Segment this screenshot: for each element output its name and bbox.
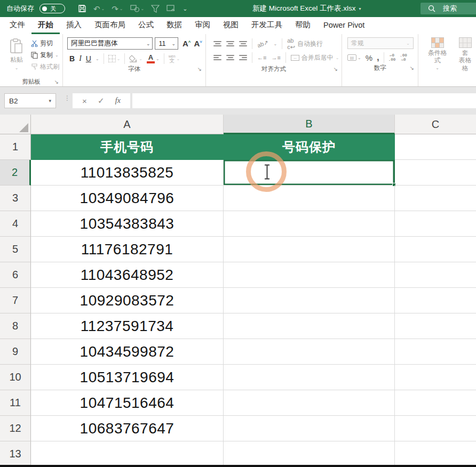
paste-button[interactable]: 粘贴 ⌄ bbox=[5, 36, 28, 77]
cell-c9[interactable] bbox=[395, 339, 476, 365]
tab-view[interactable]: 视图 bbox=[217, 17, 245, 34]
cell-c8[interactable] bbox=[395, 313, 476, 339]
cell-c10[interactable] bbox=[395, 365, 476, 390]
column-header-c[interactable]: C bbox=[395, 115, 476, 134]
tab-file[interactable]: 文件 bbox=[3, 17, 31, 34]
cell-b1-protect-header[interactable]: 号码保护 bbox=[224, 134, 395, 160]
document-title[interactable]: 新建 Microsoft Excel 工作表.xlsx ▾ bbox=[252, 0, 361, 17]
row-header-4[interactable]: 4 bbox=[0, 211, 31, 237]
align-left-button[interactable] bbox=[213, 55, 221, 60]
increase-indent-button[interactable]: →≡ bbox=[271, 54, 280, 61]
percent-style-button[interactable]: % bbox=[366, 53, 372, 62]
row-header-2[interactable]: 2 bbox=[0, 160, 31, 186]
tab-formulas[interactable]: 公式 bbox=[132, 17, 160, 34]
enter-button[interactable]: ✓ bbox=[98, 96, 105, 106]
row-header-1[interactable]: 1 bbox=[0, 134, 31, 160]
cell-c7[interactable] bbox=[395, 288, 476, 313]
cell-b7[interactable] bbox=[224, 288, 395, 313]
cell-a8[interactable]: 11237591734 bbox=[31, 313, 224, 339]
cell-a5[interactable]: 11176182791 bbox=[31, 237, 224, 262]
increase-decimal-button[interactable]: ←0.00 bbox=[388, 53, 396, 62]
cell-a6[interactable]: 11043648952 bbox=[31, 262, 224, 288]
cell-a2[interactable]: 11013835825 bbox=[31, 160, 224, 186]
cell-b6[interactable] bbox=[224, 262, 395, 288]
formula-input[interactable] bbox=[132, 93, 476, 108]
alignment-dialog-launcher[interactable]: ↘ bbox=[334, 67, 338, 72]
row-header-7[interactable]: 7 bbox=[0, 288, 31, 313]
format-painter-button[interactable]: 格式刷 bbox=[31, 62, 59, 71]
copy-button[interactable]: 复制 ⌄ bbox=[31, 51, 59, 60]
search-input[interactable]: 搜索 bbox=[421, 3, 476, 14]
cell-c6[interactable] bbox=[395, 262, 476, 288]
cell-b12[interactable] bbox=[224, 416, 395, 441]
cell-a7[interactable]: 10929083572 bbox=[31, 288, 224, 313]
cell-a11[interactable]: 10471516464 bbox=[31, 390, 224, 416]
row-header-6[interactable]: 6 bbox=[0, 262, 31, 288]
italic-button[interactable]: I bbox=[79, 54, 82, 63]
cut-button[interactable]: 剪切 bbox=[31, 39, 59, 48]
shapes-button[interactable]: ⌄ bbox=[130, 5, 145, 12]
decrease-decimal-button[interactable]: .00→0 bbox=[400, 53, 407, 62]
cell-a4[interactable]: 10354383843 bbox=[31, 211, 224, 237]
row-header-11[interactable]: 11 bbox=[0, 390, 31, 416]
insert-function-button[interactable]: fx bbox=[115, 96, 121, 105]
tab-help[interactable]: 帮助 bbox=[289, 17, 317, 34]
cell-a12[interactable]: 10683767647 bbox=[31, 416, 224, 441]
column-header-b[interactable]: B bbox=[224, 115, 395, 134]
cell-c13[interactable] bbox=[395, 441, 476, 467]
font-dialog-launcher[interactable]: ↘ bbox=[197, 67, 202, 72]
tab-home[interactable]: 开始 bbox=[31, 17, 60, 34]
format-as-table-button[interactable]: 套表格格 bbox=[456, 37, 474, 77]
cell-c4[interactable] bbox=[395, 211, 476, 237]
row-header-5[interactable]: 5 bbox=[0, 237, 31, 262]
orientation-button[interactable]: ab↗ bbox=[256, 38, 269, 49]
row-header-12[interactable]: 12 bbox=[0, 416, 31, 441]
font-name-select[interactable]: 阿里巴巴普惠体 ⌄ bbox=[67, 37, 153, 50]
row-header-8[interactable]: 8 bbox=[0, 313, 31, 339]
merge-center-button[interactable]: ↔ 合并后居中 ⌄ bbox=[291, 53, 339, 62]
cell-b8[interactable] bbox=[224, 313, 395, 339]
select-all-corner[interactable] bbox=[0, 115, 31, 134]
decrease-indent-button[interactable]: ←≡ bbox=[257, 54, 266, 61]
grow-font-button[interactable]: A˄ bbox=[183, 39, 191, 48]
save-button[interactable] bbox=[78, 4, 86, 13]
undo-button[interactable]: ↶⌄ bbox=[93, 5, 105, 13]
bold-button[interactable]: B bbox=[69, 54, 75, 63]
bottom-align-button[interactable] bbox=[239, 41, 247, 46]
cell-b5[interactable] bbox=[224, 237, 395, 262]
cell-a10[interactable]: 10513719694 bbox=[31, 365, 224, 390]
cell-a3[interactable]: 10349084796 bbox=[31, 186, 224, 211]
fill-color-button[interactable]: ⌄ bbox=[129, 55, 142, 62]
cell-b11[interactable] bbox=[224, 390, 395, 416]
tab-power-pivot[interactable]: Power Pivot bbox=[317, 17, 371, 34]
cell-c11[interactable] bbox=[395, 390, 476, 416]
cell-b2-selected[interactable] bbox=[224, 160, 395, 186]
underline-button[interactable]: U bbox=[86, 54, 91, 63]
table-tool-button[interactable] bbox=[166, 5, 176, 12]
tab-developer[interactable]: 开发工具 bbox=[245, 17, 289, 34]
cell-c5[interactable] bbox=[395, 237, 476, 262]
comma-style-button[interactable]: , bbox=[377, 55, 379, 60]
autosave-toggle[interactable]: 关 bbox=[39, 4, 65, 13]
clipboard-dialog-launcher[interactable]: ↘ bbox=[54, 79, 59, 85]
phonetic-guide-button[interactable]: wén文 ⌄ bbox=[169, 54, 180, 63]
wrap-text-button[interactable]: abc↩ 自动换行 bbox=[287, 37, 323, 51]
row-header-10[interactable]: 10 bbox=[0, 365, 31, 390]
cell-b9[interactable] bbox=[224, 339, 395, 365]
formula-bar-grip[interactable]: ⋮ bbox=[64, 96, 70, 100]
middle-align-button[interactable] bbox=[226, 41, 234, 46]
cell-b3[interactable] bbox=[224, 186, 395, 211]
cell-b4[interactable] bbox=[224, 211, 395, 237]
tab-review[interactable]: 审阅 bbox=[188, 17, 217, 34]
cell-b10[interactable] bbox=[224, 365, 395, 390]
column-header-a[interactable]: A bbox=[31, 115, 224, 134]
tab-insert[interactable]: 插入 bbox=[60, 17, 88, 34]
row-header-9[interactable]: 9 bbox=[0, 339, 31, 365]
font-color-button[interactable]: A ⌄ bbox=[147, 54, 160, 63]
accounting-format-button[interactable]: ▤⌄ bbox=[347, 54, 361, 61]
number-format-select[interactable]: 常规 ⌄ bbox=[347, 37, 414, 49]
align-right-button[interactable] bbox=[239, 55, 247, 60]
number-dialog-launcher[interactable]: ↘ bbox=[410, 66, 414, 71]
tab-page-layout[interactable]: 页面布局 bbox=[88, 17, 132, 34]
cell-c3[interactable] bbox=[395, 186, 476, 211]
